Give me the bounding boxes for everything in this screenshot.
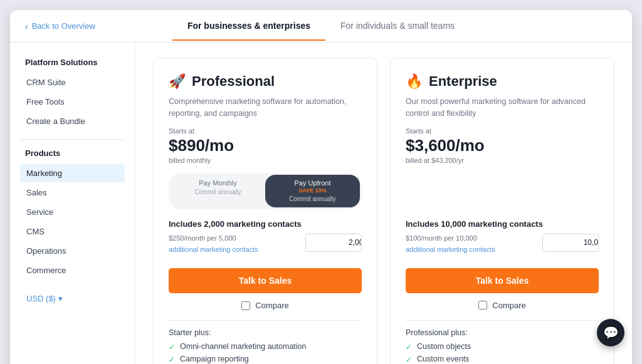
enterprise-features-header: Professional plus: [406, 328, 599, 337]
professional-price: $890/mo [169, 136, 362, 155]
sidebar-item-create-bundle[interactable]: Create a Bundle [20, 112, 125, 130]
plan-card-professional: 🚀 Professional Comprehensive marketing s… [153, 58, 377, 364]
enterprise-icon: 🔥 [406, 73, 423, 90]
top-navigation: ‹ Back to Overview For businesses & ente… [10, 10, 632, 43]
feature-item: ✓ Custom events [406, 355, 599, 364]
enterprise-contacts-info: $100/month per 10,000 additional marketi… [406, 234, 536, 254]
professional-compare-row: Compare [169, 301, 362, 310]
billing-toggle: Pay Monthly Commit annually Pay Upfront … [169, 173, 362, 209]
chevron-down-icon: ▾ [58, 294, 63, 303]
sidebar-item-marketing[interactable]: Marketing [20, 164, 125, 182]
professional-contacts-info: $250/month per 5,000 additional marketin… [169, 234, 299, 254]
features-divider [169, 320, 362, 321]
professional-features-header: Starter plus: [169, 328, 362, 337]
enterprise-cta-button[interactable]: Talk to Sales [406, 268, 599, 293]
enterprise-contacts-row: $100/month per 10,000 additional marketi… [406, 234, 599, 254]
plans-container: 🚀 Professional Comprehensive marketing s… [153, 58, 614, 364]
products-title: Products [20, 148, 125, 158]
sidebar: Platform Solutions CRM Suite Free Tools … [10, 43, 135, 364]
professional-contacts-price: $250/month per 5,000 [169, 234, 299, 243]
professional-compare-checkbox[interactable] [241, 301, 250, 310]
content-area: 🚀 Professional Comprehensive marketing s… [135, 43, 632, 364]
enterprise-description: Our most powerful marketing software for… [406, 96, 599, 120]
plan-header-enterprise: 🔥 Enterprise [406, 73, 599, 90]
chat-button[interactable]: 💬 [597, 319, 624, 346]
sidebar-item-free-tools[interactable]: Free Tools [20, 93, 125, 111]
professional-contacts-stepper[interactable]: ▲ ▼ [305, 234, 362, 252]
check-icon: ✓ [169, 343, 175, 351]
sidebar-divider [20, 139, 125, 140]
enterprise-contacts-price: $100/month per 10,000 [406, 234, 536, 243]
professional-compare-label: Compare [255, 301, 288, 310]
nav-tabs: For businesses & enterprises For individ… [172, 12, 470, 41]
sidebar-item-service[interactable]: Service [20, 203, 125, 221]
enterprise-contacts-stepper[interactable]: ▲ ▼ [542, 234, 599, 252]
sidebar-item-operations[interactable]: Operations [20, 242, 125, 260]
enterprise-starts-at: Starts at [406, 127, 599, 135]
professional-contacts-input[interactable] [306, 234, 362, 251]
professional-contacts-row: $250/month per 5,000 additional marketin… [169, 234, 362, 254]
feature-item: ✓ Campaign reporting [169, 355, 362, 364]
sidebar-item-sales[interactable]: Sales [20, 184, 125, 202]
check-icon: ✓ [169, 355, 175, 364]
enterprise-contacts-link[interactable]: additional marketing contacts [406, 246, 495, 253]
currency-label: USD ($) [26, 294, 56, 303]
feature-item: ✓ Omni-channel marketing automation [169, 342, 362, 351]
sidebar-item-crm-suite[interactable]: CRM Suite [20, 73, 125, 91]
professional-contacts-label: Includes 2,000 marketing contacts [169, 219, 362, 229]
enterprise-billed-note: billed at $43,200/yr [406, 157, 599, 164]
plan-header-professional: 🚀 Professional [169, 73, 362, 90]
enterprise-contacts-input[interactable] [543, 234, 599, 251]
enterprise-features-divider [406, 320, 599, 321]
main-layout: Platform Solutions CRM Suite Free Tools … [10, 43, 632, 364]
tab-individuals[interactable]: For individuals & small teams [325, 12, 470, 41]
chat-icon: 💬 [603, 325, 619, 340]
professional-billed-note: billed monthly [169, 157, 362, 164]
enterprise-compare-checkbox[interactable] [478, 301, 487, 309]
professional-title: Professional [192, 73, 275, 90]
check-icon: ✓ [406, 343, 412, 351]
toggle-upfront[interactable]: Pay Upfront SAVE 10% Commit annually [265, 175, 360, 207]
plan-card-enterprise: 🔥 Enterprise Our most powerful marketing… [390, 58, 614, 364]
enterprise-compare-label: Compare [492, 301, 525, 310]
platform-solutions-title: Platform Solutions [20, 58, 125, 67]
professional-starts-at: Starts at [169, 127, 362, 135]
enterprise-toggle-spacer [406, 173, 599, 209]
enterprise-price: $3,600/mo [406, 136, 599, 155]
back-arrow-icon: ‹ [25, 21, 28, 31]
toggle-monthly[interactable]: Pay Monthly Commit annually [171, 175, 265, 207]
sidebar-item-cms[interactable]: CMS [20, 222, 125, 241]
back-link[interactable]: ‹ Back to Overview [25, 21, 95, 31]
sidebar-item-commerce[interactable]: Commerce [20, 261, 125, 279]
feature-item: ✓ Custom objects [406, 342, 599, 351]
check-icon: ✓ [406, 355, 412, 364]
enterprise-contacts-label: Includes 10,000 marketing contacts [406, 219, 599, 229]
currency-selector[interactable]: USD ($) ▾ [20, 289, 125, 308]
enterprise-compare-row: Compare [406, 301, 599, 310]
professional-icon: 🚀 [169, 73, 186, 90]
back-label: Back to Overview [32, 21, 95, 31]
professional-cta-button[interactable]: Talk to Sales [169, 268, 362, 293]
tab-businesses[interactable]: For businesses & enterprises [172, 12, 325, 41]
professional-contacts-link[interactable]: additional marketing contacts [169, 246, 258, 253]
enterprise-title: Enterprise [429, 73, 497, 90]
professional-description: Comprehensive marketing software for aut… [169, 96, 362, 120]
